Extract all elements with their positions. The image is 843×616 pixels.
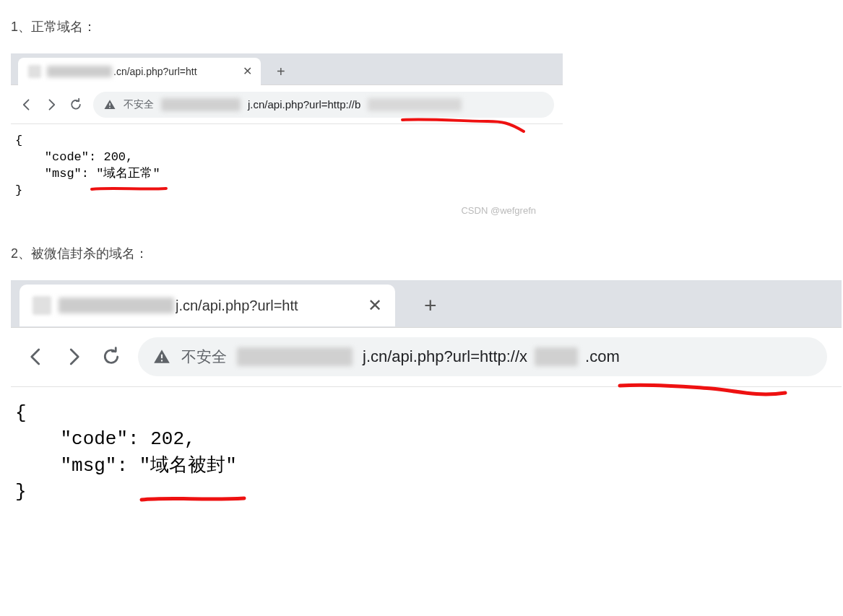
json-comma: , <box>184 428 196 450</box>
new-tab-button[interactable]: + <box>277 64 285 79</box>
address-blurred-prefix <box>237 347 353 366</box>
json-key-code: "code" <box>60 428 128 450</box>
svg-rect-3 <box>161 360 163 362</box>
favicon-blurred <box>33 296 51 315</box>
screenshot-1: .cn/api.php?url=htt ✕ + 不安全 j.cn/api.php… <box>11 53 563 199</box>
address-text-tail: .com <box>585 347 620 366</box>
json-key-msg: "msg" <box>60 455 116 477</box>
new-tab-button[interactable]: + <box>424 295 437 316</box>
reload-icon[interactable] <box>69 97 83 112</box>
tab-title-text: .cn/api.php?url=htt <box>113 66 197 77</box>
browser-toolbar: 不安全 j.cn/api.php?url=http://x .com <box>11 328 842 387</box>
annotation-url-underline <box>618 381 791 410</box>
json-comma: , <box>126 150 133 164</box>
json-sep: : <box>89 150 103 164</box>
address-blurred-suffix <box>368 98 462 111</box>
address-blurred-prefix <box>161 98 241 111</box>
tab-title-blurred <box>47 66 112 77</box>
json-key-msg: "msg" <box>45 167 82 181</box>
forward-icon[interactable] <box>63 346 85 368</box>
insecure-label: 不安全 <box>124 98 154 111</box>
screenshot-2: j.cn/api.php?url=htt ✕ + 不安全 j.cn/api.ph… <box>11 280 842 506</box>
json-value-code: 200 <box>103 150 126 164</box>
section1-title: 1、正常域名： <box>11 18 832 35</box>
warning-icon <box>152 347 171 366</box>
json-sep: : <box>82 167 96 181</box>
address-bar[interactable]: 不安全 j.cn/api.php?url=http://x .com <box>138 337 827 376</box>
browser-tab[interactable]: .cn/api.php?url=htt ✕ <box>18 58 261 85</box>
close-icon[interactable]: ✕ <box>368 295 382 316</box>
address-text: j.cn/api.php?url=http://x <box>363 347 527 366</box>
address-text: j.cn/api.php?url=http://b <box>248 98 360 110</box>
back-icon[interactable] <box>25 346 47 368</box>
json-value-code: 202 <box>150 428 184 450</box>
warning-icon <box>103 98 116 111</box>
address-bar[interactable]: 不安全 j.cn/api.php?url=http://b <box>93 92 554 118</box>
annotation-msg-underline <box>90 185 170 198</box>
json-brace-open: { <box>15 402 27 424</box>
close-icon[interactable]: ✕ <box>243 64 252 78</box>
annotation-url-underline <box>401 117 531 142</box>
forward-icon[interactable] <box>44 97 59 112</box>
tab-strip: .cn/api.php?url=htt ✕ + <box>11 53 563 85</box>
insecure-label: 不安全 <box>181 347 227 367</box>
watermark: CSDN @wefgrefn <box>11 205 536 216</box>
json-brace-close: } <box>15 481 27 503</box>
json-brace-close: } <box>15 183 22 197</box>
svg-rect-1 <box>109 107 111 108</box>
section2-title: 2、被微信封杀的域名： <box>11 245 832 262</box>
svg-rect-0 <box>109 103 111 105</box>
browser-tab[interactable]: j.cn/api.php?url=htt ✕ <box>20 285 395 326</box>
tab-title-blurred <box>59 298 174 313</box>
tab-strip: j.cn/api.php?url=htt ✕ + <box>11 280 842 328</box>
json-brace-open: { <box>15 134 22 147</box>
tab-title-text: j.cn/api.php?url=htt <box>176 298 298 314</box>
back-icon[interactable] <box>20 97 34 112</box>
json-value-msg: "域名被封" <box>139 455 237 477</box>
reload-icon[interactable] <box>100 346 122 368</box>
address-blurred-mid <box>535 347 578 366</box>
json-sep: : <box>128 428 150 450</box>
svg-rect-2 <box>161 355 163 358</box>
annotation-msg-underline <box>139 494 248 508</box>
favicon-blurred <box>28 65 41 78</box>
json-key-code: "code" <box>45 150 89 164</box>
json-sep: : <box>116 455 139 477</box>
json-value-msg: "域名正常" <box>96 167 160 181</box>
